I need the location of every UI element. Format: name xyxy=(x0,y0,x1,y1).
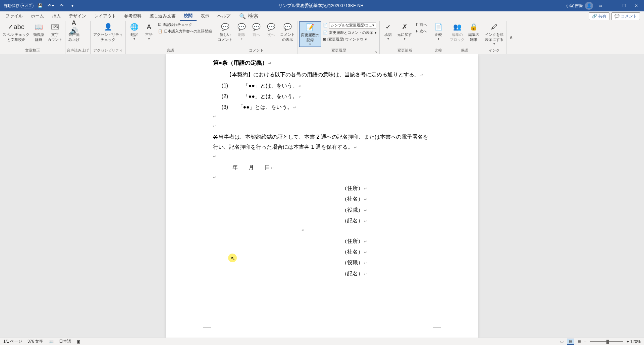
comments-button[interactable]: 💬 コメント xyxy=(611,12,640,20)
ribbon: ✓abcスペル チェック と文章校正 📖類義語 辞典 123文字 カウント 文章… xyxy=(0,21,644,54)
tab-help[interactable]: ヘルプ xyxy=(213,12,234,20)
restrict-editing-button[interactable]: 🔒編集の 制限 xyxy=(467,21,481,43)
readaloud-icon: A🔊 xyxy=(69,22,78,31)
delete-comment-button[interactable]: 💬削除▾ xyxy=(234,21,249,41)
language-group-label: 言語 xyxy=(127,47,213,54)
prev-comment-button[interactable]: 💬前へ xyxy=(249,21,263,38)
user-name: 小室 吉隆 xyxy=(566,3,583,9)
qat-customize[interactable]: ▾ xyxy=(68,2,76,10)
tab-insert[interactable]: 挿入 xyxy=(48,12,65,20)
deletecomment-icon: 💬 xyxy=(237,22,246,31)
accept-icon: ✓ xyxy=(383,22,393,31)
tab-references[interactable]: 参考資料 xyxy=(120,12,146,20)
read-aloud-button[interactable]: A🔊音声読 み上げ xyxy=(67,21,81,43)
translate-button[interactable]: 🌐翻訳▾ xyxy=(127,21,141,41)
tab-view[interactable]: 表示 xyxy=(197,12,213,20)
translate-icon: 🌐 xyxy=(129,22,139,31)
accessibility-icon: 👤 xyxy=(103,22,113,31)
language-icon: A xyxy=(144,22,154,31)
tracking-dialog-launcher[interactable]: ↘ xyxy=(375,50,377,53)
dict-icon: 📋 xyxy=(158,29,163,33)
trackchanges-icon: 📝 xyxy=(306,22,315,32)
thesaurus-button[interactable]: 📖類義語 辞典 xyxy=(32,21,46,43)
save-button[interactable]: 💾 xyxy=(36,2,44,10)
tab-home[interactable]: ホーム xyxy=(27,12,48,20)
notation-check-button[interactable]: ☑表記ゆれチェック xyxy=(157,21,213,28)
track-changes-button[interactable]: 📝変更履歴の 記録▾ xyxy=(299,21,321,47)
show-comments-button[interactable]: 💬コメント の表示 xyxy=(279,21,296,43)
next-icon: ⬇ xyxy=(415,29,418,33)
readaloud-group-label: 音声読み上げ xyxy=(67,47,89,54)
document-title: サンプル業務委託基本契約20200713KF-NH xyxy=(76,3,566,9)
restrict-icon: 🔒 xyxy=(469,22,478,31)
block-icon: 👥 xyxy=(452,22,462,31)
word-count-button[interactable]: 123文字 カウント xyxy=(46,21,64,43)
next-comment-button[interactable]: 💬次へ xyxy=(264,21,278,38)
block-editing-button[interactable]: 👥編集の ブロック xyxy=(448,21,466,43)
collapse-ribbon-button[interactable]: ∧ xyxy=(506,21,516,54)
search-box[interactable]: 🔍 検索 xyxy=(234,13,259,20)
titlebar: 自動保存 ● オフ 💾 ↶ ▾ ↷ ▾ サンプル業務委託基本契約20200713… xyxy=(0,0,644,11)
nextcomment-icon: 💬 xyxy=(266,22,276,31)
tab-mailings[interactable]: 差し込み文書 xyxy=(146,12,180,20)
tab-file[interactable]: ファイル xyxy=(1,12,27,20)
accessibility-button[interactable]: 👤アクセシビリティ チェック xyxy=(92,21,124,43)
show-markup-button[interactable]: 📄変更履歴とコメントの表示 ▾ xyxy=(322,29,378,36)
redo-button[interactable]: ↷ xyxy=(58,2,66,10)
display-icon: 📄 xyxy=(323,23,328,27)
autosave-toggle[interactable]: 自動保存 ● オフ xyxy=(3,3,34,9)
reject-icon: ✗ xyxy=(400,22,409,31)
compare-button[interactable]: 📄比較▾ xyxy=(431,21,445,41)
wordcount-icon: 123 xyxy=(50,22,60,31)
changes-group-label: 変更箇所 xyxy=(381,47,428,54)
pane-icon: ⊞ xyxy=(323,37,326,42)
dict-register-button[interactable]: 📋日本語入力辞書への単語登録 xyxy=(157,28,213,34)
tab-review[interactable]: 校閲 xyxy=(180,11,197,21)
language-button[interactable]: A言語▾ xyxy=(142,21,156,41)
close-button[interactable]: ✕ xyxy=(631,2,641,10)
tab-layout[interactable]: レイアウト xyxy=(90,12,120,20)
tracking-group-label: 変更履歴↘ xyxy=(299,47,378,54)
next-change-button[interactable]: ⬇次へ xyxy=(414,28,428,34)
accept-button[interactable]: ✓承諾▾ xyxy=(381,21,395,41)
proofing-group-label: 文章校正 xyxy=(1,47,64,54)
protect-group-label: 保護 xyxy=(448,47,481,54)
prevcomment-icon: 💬 xyxy=(252,22,261,31)
prev-change-button[interactable]: ⬆前へ xyxy=(414,21,428,28)
compare-icon: 📄 xyxy=(434,22,443,31)
ink-group-label: インク xyxy=(484,47,505,54)
search-icon: 🔍 xyxy=(239,13,246,19)
track-display-dropdown[interactable]: 📄シンプルな変更履歴/コ…▾ xyxy=(322,21,378,29)
newcomment-icon: 💬 xyxy=(220,22,230,31)
check-icon: ☑ xyxy=(158,22,161,27)
thesaurus-icon: 📖 xyxy=(34,22,43,31)
maximize-button[interactable]: ❐ xyxy=(619,2,629,10)
comments-group-label: コメント xyxy=(216,47,296,54)
reject-button[interactable]: ✗元に戻す▾ xyxy=(396,21,413,41)
minimize-button[interactable]: – xyxy=(607,2,617,10)
user-avatar[interactable]: 👤 xyxy=(585,2,593,10)
ribbon-display-options[interactable]: ▭ xyxy=(595,2,605,10)
share-button[interactable]: 🔗 共有 xyxy=(589,12,609,20)
spelling-icon: ✓abc xyxy=(11,22,21,31)
undo-button[interactable]: ↶ ▾ xyxy=(47,2,55,10)
accessibility-group-label: アクセシビリティ xyxy=(92,47,124,54)
ribbon-tabs: ファイル ホーム 挿入 デザイン レイアウト 参考資料 差し込み文書 校閲 表示… xyxy=(0,11,644,21)
new-comment-button[interactable]: 💬新しい コメント xyxy=(216,21,234,43)
hide-ink-button[interactable]: 🖊インクを非 表示にする▾ xyxy=(484,21,505,46)
markup-icon: 📄 xyxy=(323,30,328,35)
compare-group-label: 比較 xyxy=(431,47,445,54)
ink-icon: 🖊 xyxy=(490,22,499,31)
spelling-button[interactable]: ✓abcスペル チェック と文章校正 xyxy=(1,21,31,43)
prev-icon: ⬆ xyxy=(415,22,418,27)
showcomments-icon: 💬 xyxy=(283,22,292,31)
reviewing-pane-button[interactable]: ⊞[変更履歴] ウィンドウ ▾ xyxy=(322,36,378,43)
